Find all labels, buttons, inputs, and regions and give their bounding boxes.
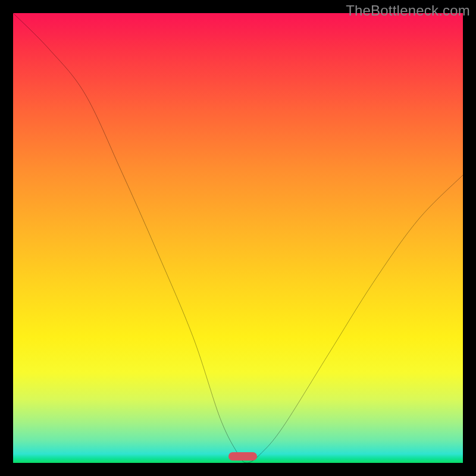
bottleneck-curve bbox=[13, 13, 463, 463]
optimal-point-marker bbox=[228, 452, 257, 461]
watermark-text: TheBottleneck.com bbox=[346, 2, 470, 19]
chart-stage: TheBottleneck.com bbox=[0, 0, 476, 476]
plot-area bbox=[13, 13, 463, 463]
curve-path bbox=[13, 13, 463, 463]
